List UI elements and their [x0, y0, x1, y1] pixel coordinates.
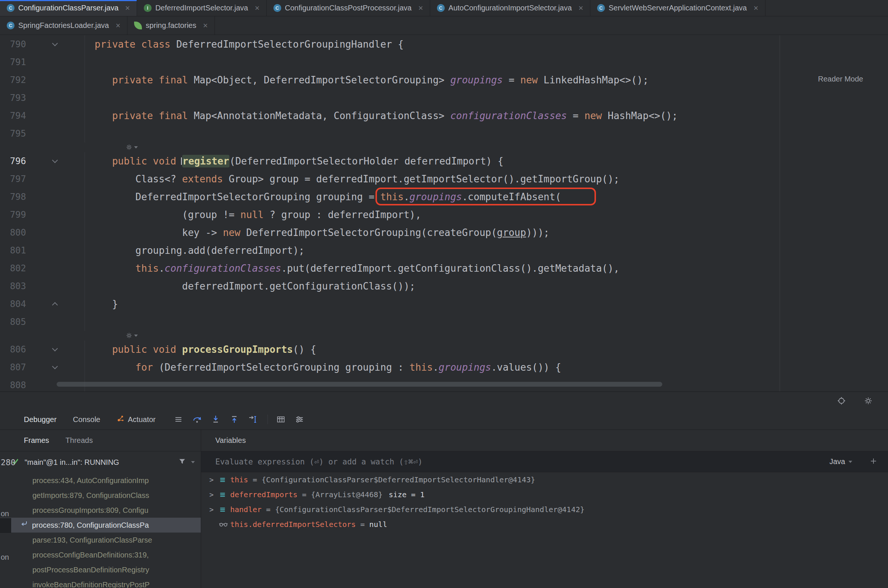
- code-line[interactable]: 799 (group != null ? group : deferredImp…: [0, 206, 888, 224]
- evaluate-expression-input[interactable]: Evaluate expression (⏎) or add a watch (…: [201, 452, 888, 472]
- horizontal-scrollbar[interactable]: [57, 382, 662, 387]
- tab-console[interactable]: Console: [73, 416, 100, 424]
- editor-tab[interactable]: spring.factories×: [127, 16, 215, 34]
- tab-debugger[interactable]: Debugger: [24, 416, 57, 424]
- target-icon[interactable]: [835, 394, 848, 407]
- menu-icon[interactable]: [172, 413, 185, 426]
- fold-icon[interactable]: [52, 40, 58, 46]
- code-text: [85, 53, 888, 71]
- watch-row[interactable]: this.deferredImportSelectors = null: [201, 517, 888, 532]
- settings-inlay-icon[interactable]: [126, 144, 138, 150]
- editor-tab[interactable]: IDeferredImportSelector.java×: [137, 0, 267, 16]
- stack-frame-row[interactable]: getImports:879, ConfigurationClass: [0, 488, 201, 503]
- code-text: Class<? extends Group> group = deferredI…: [85, 170, 888, 188]
- gutter: [26, 89, 85, 107]
- close-icon[interactable]: ×: [116, 22, 120, 30]
- fold-icon[interactable]: [52, 346, 58, 352]
- step-out-icon[interactable]: [228, 413, 241, 426]
- close-icon[interactable]: ×: [203, 22, 208, 30]
- tab-label: ConfigurationClassParser.java: [18, 4, 119, 12]
- editor-tab[interactable]: CServletWebServerApplicationContext.java…: [590, 0, 765, 16]
- stack-frame-row[interactable]: processGroupImports:809, Configu: [0, 503, 201, 518]
- code-text: for (DeferredImportSelectorGrouping grou…: [85, 358, 888, 376]
- code-token: grouping.add(deferredImport);: [135, 245, 305, 256]
- chevron-down-icon[interactable]: [191, 461, 195, 464]
- variable-row[interactable]: >this = {ConfigurationClassParser$Deferr…: [201, 472, 888, 487]
- close-icon[interactable]: ×: [418, 4, 423, 12]
- code-token: .values()) {: [491, 362, 561, 373]
- close-icon[interactable]: ×: [754, 4, 759, 12]
- settings-filter-icon[interactable]: [293, 413, 306, 426]
- code-token: [147, 156, 153, 167]
- expand-chevron-icon[interactable]: >: [209, 476, 219, 484]
- code-line[interactable]: 807 for (DeferredImportSelectorGrouping …: [0, 358, 888, 376]
- editor-tab[interactable]: CConfigurationClassParser.java×: [0, 0, 137, 16]
- variable-row[interactable]: >handler = {ConfigurationClassParser$Def…: [201, 502, 888, 517]
- run-to-cursor-icon[interactable]: [247, 413, 259, 426]
- tab-actuator[interactable]: Actuator: [117, 415, 155, 424]
- stack-frame-row[interactable]: processConfigBeanDefinitions:319,: [0, 548, 201, 562]
- expand-chevron-icon[interactable]: >: [209, 490, 219, 499]
- code-line[interactable]: 804 }: [0, 295, 888, 313]
- stack-frame-row[interactable]: parse:193, ConfigurationClassParse: [0, 532, 201, 548]
- tab-threads[interactable]: Threads: [66, 436, 93, 445]
- gutter: [26, 295, 85, 313]
- reader-mode-toggle[interactable]: Reader Mode: [818, 75, 863, 83]
- step-over-icon[interactable]: [191, 413, 203, 426]
- code-line[interactable]: 790private class DeferredImportSelectorG…: [0, 35, 888, 53]
- code-line[interactable]: 802 this.configurationClasses.put(deferr…: [0, 260, 888, 277]
- code-token: LinkedHashMap<>();: [538, 74, 649, 86]
- code-editor[interactable]: 790private class DeferredImportSelectorG…: [0, 35, 888, 392]
- code-line[interactable]: 801 grouping.add(deferredImport);: [0, 242, 888, 260]
- stack-frame-row[interactable]: postProcessBeanDefinitionRegistry: [0, 562, 201, 577]
- fold-icon[interactable]: [52, 364, 58, 369]
- code-token: (group !=: [182, 209, 241, 220]
- add-watch-icon[interactable]: [869, 457, 877, 466]
- stack-frame-row[interactable]: process:780, ConfigurationClassPa: [0, 518, 201, 532]
- code-line[interactable]: 797 Class<? extends Group> group = defer…: [0, 170, 888, 188]
- editor-tab[interactable]: CConfigurationClassPostProcessor.java×: [267, 0, 430, 16]
- inlay-hint-row: [0, 331, 888, 340]
- code-lines: 790private class DeferredImportSelectorG…: [0, 35, 888, 392]
- code-token: void: [153, 344, 176, 355]
- expand-chevron-icon[interactable]: >: [209, 506, 219, 514]
- close-icon[interactable]: ×: [578, 4, 583, 12]
- code-line[interactable]: 805: [0, 313, 888, 331]
- code-line[interactable]: 793: [0, 89, 888, 107]
- editor-tab[interactable]: CAutoConfigurationImportSelector.java×: [430, 0, 590, 16]
- code-line[interactable]: 791: [0, 53, 888, 71]
- editor-tab[interactable]: CSpringFactoriesLoader.java×: [0, 16, 127, 34]
- code-text: deferredImport.getConfigurationClass());: [85, 277, 888, 295]
- close-icon[interactable]: ×: [255, 4, 260, 12]
- tab-frames[interactable]: Frames: [24, 436, 49, 445]
- code-line[interactable]: 795: [0, 124, 888, 142]
- stack-frame-row[interactable]: process:434, AutoConfigurationImp: [0, 473, 201, 488]
- code-line[interactable]: 796 public void register(DeferredImportS…: [0, 152, 888, 170]
- settings-icon[interactable]: [862, 394, 874, 407]
- code-line[interactable]: 800 key -> new DeferredImportSelectorGro…: [0, 224, 888, 242]
- code-line[interactable]: 794 private final Map<AnnotationMetadata…: [0, 107, 888, 124]
- variable-icon: [219, 506, 230, 513]
- code-token: class: [141, 39, 170, 50]
- step-into-icon[interactable]: [209, 413, 222, 426]
- line-number: 792: [0, 71, 26, 89]
- variables-tree: >this = {ConfigurationClassParser$Deferr…: [201, 472, 888, 588]
- language-selector[interactable]: Java: [829, 458, 852, 466]
- frame-label: postProcessBeanDefinitionRegistry: [32, 566, 149, 574]
- variable-row[interactable]: >deferredImports = {ArrayList@4468}size …: [201, 487, 888, 502]
- fold-icon[interactable]: [52, 158, 58, 164]
- code-token: new: [520, 74, 538, 86]
- fold-icon[interactable]: [52, 302, 58, 308]
- table-view-icon[interactable]: [274, 413, 287, 426]
- frame-label: parse:193, ConfigurationClassParse: [32, 536, 152, 544]
- stack-frame-row[interactable]: invokeBeanDefinitionRegistryPostP: [0, 577, 201, 588]
- settings-inlay-icon[interactable]: [126, 332, 138, 339]
- code-line[interactable]: 792 private final Map<Object, DeferredIm…: [0, 71, 888, 89]
- thread-selector[interactable]: "main"@1 in...in": RUNNING: [0, 452, 201, 473]
- code-line[interactable]: 803 deferredImport.getConfigurationClass…: [0, 277, 888, 295]
- class-icon: C: [597, 4, 605, 12]
- filter-icon[interactable]: [178, 458, 186, 466]
- line-number: 796: [0, 152, 26, 170]
- close-icon[interactable]: ×: [125, 4, 130, 12]
- code-line[interactable]: 806 public void processGroupImports() {: [0, 340, 888, 358]
